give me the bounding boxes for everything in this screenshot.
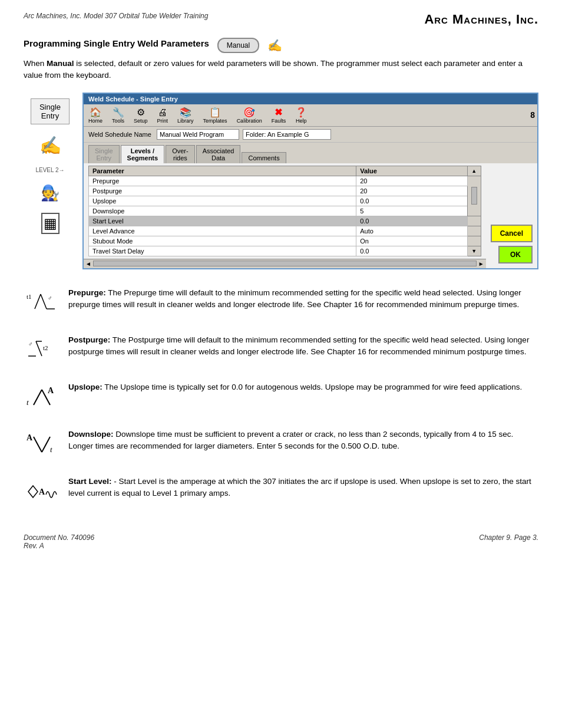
upslope-icon: t A — [24, 381, 59, 416]
window-body: Parameter Value ▲ Pr — [84, 163, 537, 268]
help-icon: ❓ — [295, 107, 307, 118]
table-row: Upslope 0.0 — [89, 196, 481, 206]
value-postpurge[interactable]: 20 — [356, 186, 467, 196]
toolbar-library[interactable]: 📚 Library — [175, 106, 196, 125]
value-level-advance[interactable]: Auto — [356, 226, 467, 236]
sidebar-icon-grid: ▦ — [41, 213, 59, 235]
print-icon: 🖨 — [158, 107, 167, 118]
table-row: Travel Start Delay 0.0 ▼ — [89, 246, 481, 256]
weld-name-label: Weld Sohedule Name — [88, 131, 153, 138]
svg-marker-18 — [28, 486, 38, 498]
param-upslope: Upslope — [89, 196, 356, 206]
toolbar-print[interactable]: 🖨 Print — [155, 106, 171, 125]
scroll-left-arrow[interactable]: ◄ — [84, 261, 93, 267]
toolbar-tools[interactable]: 🔧 Tools — [110, 106, 127, 125]
start-level-icon: A — [24, 476, 59, 510]
svg-line-2 — [41, 294, 47, 309]
param-prepurge: Prepurge — [89, 176, 356, 186]
home-icon: 🏠 — [90, 107, 101, 118]
toolbar-setup[interactable]: ⚙ Setup — [131, 106, 150, 125]
table-row: Postpurge 20 — [89, 186, 481, 196]
prepurge-desc: Prepurge: The Prepurge time will default… — [68, 287, 538, 311]
brand: Arc Machines, Inc. — [424, 12, 538, 27]
level2-indicator: LEVEL 2→ — [35, 167, 64, 173]
templates-icon: 📋 — [209, 107, 221, 118]
toolbar-faults[interactable]: ✖ Faults — [269, 106, 289, 125]
toolbar-calibration[interactable]: 🎯 Calibration — [234, 106, 265, 125]
table-row: Prepurge 20 — [89, 176, 481, 186]
weld-name-input[interactable] — [157, 129, 239, 140]
value-prepurge[interactable]: 20 — [356, 176, 467, 186]
ok-button[interactable]: OK — [498, 246, 533, 263]
badge-number: 8 — [530, 110, 535, 120]
downslope-icon: A t — [24, 429, 59, 463]
doc-number: Document No. 740096 — [24, 533, 94, 542]
library-icon: 📚 — [180, 107, 191, 118]
button-column: Cancel OK — [486, 163, 537, 268]
table-area: Parameter Value ▲ Pr — [84, 163, 486, 259]
svg-text:♂: ♂ — [28, 341, 33, 347]
prepurge-section: t1 ♂ Prepurge: The Prepurge time will de… — [24, 287, 538, 321]
param-stubout-mode: Stubout Mode — [89, 236, 356, 246]
downslope-section: A t Downslope: Downslope time must be su… — [24, 429, 538, 463]
sidebar-icon-figure: 🧑‍🔧 — [41, 184, 59, 202]
cancel-button[interactable]: Cancel — [491, 225, 533, 242]
tab-row: SingleEntry Levels /Segments Over-rides … — [84, 143, 537, 163]
toolbar-templates[interactable]: 📋 Templates — [201, 106, 230, 125]
manual-icon: ✍ — [267, 38, 282, 52]
param-start-level: Start Level — [89, 216, 356, 226]
faults-icon: ✖ — [275, 107, 282, 118]
toolbar-help[interactable]: ❓ Help — [293, 106, 309, 125]
table-row-highlighted: Start Level 0.0 — [89, 216, 481, 226]
section-title: Programming Single Entry Weld Parameters — [24, 38, 209, 48]
single-entry-label: Single Entry — [31, 98, 70, 124]
table-row: Level Advance Auto — [89, 226, 481, 236]
param-downslope: Downslope — [89, 206, 356, 216]
param-table: Parameter Value ▲ Pr — [88, 166, 481, 256]
svg-text:t: t — [50, 445, 52, 454]
value-upslope[interactable]: 0.0 — [356, 196, 467, 206]
svg-text:t2: t2 — [43, 344, 48, 351]
setup-icon: ⚙ — [137, 107, 145, 118]
subtitle: Arc Machines, Inc. Model 307 Orbital Tub… — [24, 12, 208, 20]
scroll-down-arrow[interactable]: ▼ — [471, 248, 477, 254]
svg-text:t: t — [27, 398, 29, 407]
folder-input[interactable] — [243, 129, 331, 140]
tab-comments[interactable]: Comments — [242, 152, 286, 163]
value-travel-start-delay[interactable]: 0.0 — [356, 246, 467, 256]
prepurge-icon: t1 ♂ — [24, 287, 59, 321]
col-parameter: Parameter — [89, 166, 356, 176]
tab-single-entry[interactable]: SingleEntry — [88, 145, 120, 163]
col-value: Value — [356, 166, 467, 176]
manual-button[interactable]: Manual — [217, 38, 259, 53]
svg-text:A: A — [48, 386, 54, 395]
tab-associated-data[interactable]: AssociatedData — [196, 145, 241, 163]
footer-chapter: Chapter 9. Page 3. — [479, 533, 538, 550]
horizontal-scrollbar: ◄ ► — [84, 259, 486, 268]
param-level-advance: Level Advance — [89, 226, 356, 236]
scroll-track[interactable] — [93, 261, 477, 266]
postpurge-icon: t2 ♂ — [24, 334, 59, 368]
value-start-level[interactable]: 0.0 — [356, 216, 467, 226]
start-level-section: A Start Level: - Start Level is the ampe… — [24, 476, 538, 510]
tools-icon: 🔧 — [113, 107, 124, 118]
value-stubout-mode[interactable]: On — [356, 236, 467, 246]
svg-line-6 — [36, 341, 42, 356]
svg-text:A: A — [39, 487, 45, 496]
svg-line-15 — [34, 437, 42, 452]
svg-line-16 — [42, 437, 50, 452]
toolbar: 🏠 Home 🔧 Tools ⚙ Setup 🖨 Print 📚 L — [84, 104, 537, 127]
svg-text:t1: t1 — [27, 293, 32, 300]
value-downslope[interactable]: 5 — [356, 206, 467, 216]
table-row: Downslope 5 — [89, 206, 481, 216]
scroll-right-arrow[interactable]: ► — [477, 261, 486, 267]
param-travel-start-delay: Travel Start Delay — [89, 246, 356, 256]
scroll-up-arrow[interactable]: ▲ — [471, 168, 477, 174]
tab-overrides[interactable]: Over-rides — [166, 145, 195, 163]
svg-text:A: A — [27, 433, 33, 442]
upslope-desc: Upslope: The Upslope time is typically s… — [68, 381, 522, 393]
toolbar-home[interactable]: 🏠 Home — [86, 106, 105, 125]
upslope-section: t A Upslope: The Upslope time is typical… — [24, 381, 538, 416]
tab-levels-segments[interactable]: Levels /Segments — [121, 145, 165, 163]
weld-schedule-window: Weld Schedule - Single Entry 🏠 Home 🔧 To… — [82, 93, 538, 269]
